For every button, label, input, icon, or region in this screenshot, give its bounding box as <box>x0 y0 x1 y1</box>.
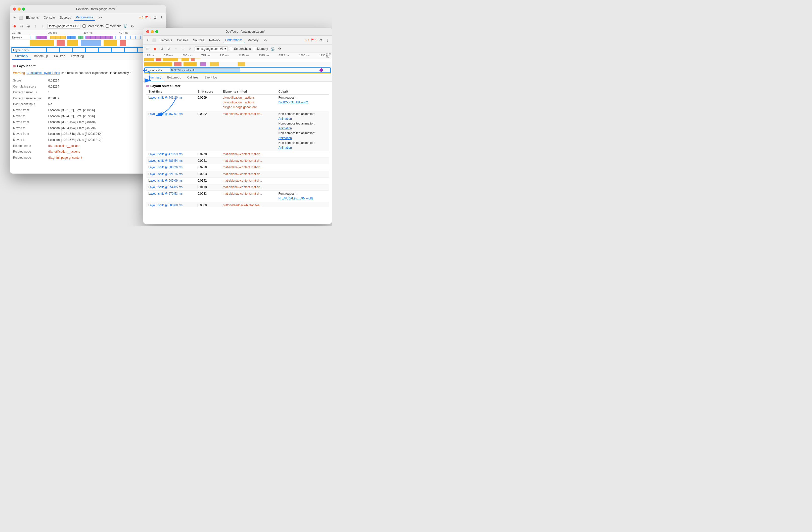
tab-network-2[interactable]: Network <box>207 38 222 43</box>
warning-count-1: ⚠ 2 <box>139 16 144 19</box>
tab-summary-1[interactable]: Summary <box>12 53 31 60</box>
tab-eventlog-2[interactable]: Event log <box>201 74 220 81</box>
cpu-bars-2 <box>144 58 331 61</box>
ls-selected-bar[interactable]: 0.0269 Layout shift <box>170 68 240 72</box>
device-icon-2[interactable]: ⬜ <box>151 38 156 43</box>
cluster-table: Start time Shift score Elements shifted … <box>146 89 329 207</box>
titlebar-1: DevTools - fonts.google.com/ <box>10 5 166 13</box>
shift-link-1[interactable]: Layout shift @ 441.20 ms <box>148 96 183 99</box>
tab-sources-1[interactable]: Sources <box>58 15 73 20</box>
ls-marker-7 <box>124 48 125 52</box>
warning-link-1[interactable]: Cumulative Layout Shifts <box>27 70 60 76</box>
url-select-1[interactable]: fonts.google.com #1 ▾ <box>47 24 81 29</box>
dock-icon-2[interactable]: ⊞ <box>145 46 150 51</box>
culprit-9: Font request: HhzMU5Ak9u...p9M.woff2 <box>277 191 329 202</box>
shift-link-7[interactable]: Layout shift @ 545.09 ms <box>148 179 183 182</box>
toolbar-icons-2: ⚠ 1 🚩 1 ⚙ ⋮ <box>305 38 330 43</box>
ls-marker-1 <box>46 48 47 52</box>
tab-more-2[interactable]: >> <box>261 38 269 43</box>
tab-elements-1[interactable]: Elements <box>24 15 41 20</box>
layout-shifts-label-1: Layout shifts <box>13 48 33 52</box>
minimize-button-1[interactable] <box>18 8 20 11</box>
record-icon-2[interactable]: ⏺ <box>153 46 157 51</box>
mark-197: 197 ms <box>12 31 21 34</box>
url-select-2[interactable]: fonts.google.com #1 ▾ <box>194 46 228 51</box>
reload-icon-1[interactable]: ↺ <box>19 24 24 29</box>
timeline-area-1: 197 ms 297 ms 397 ms 497 ms 597 ms Netwo… <box>10 30 166 53</box>
toolbar2-1: ⏺ ↺ ⊘ ↑ ↓ fonts.google.com #1 ▾ Screensh… <box>10 22 166 30</box>
close-button-1[interactable] <box>13 8 16 11</box>
network-label: Network <box>12 36 30 39</box>
score-1: 0.0269 <box>195 95 221 111</box>
screenshots-checkbox-2[interactable]: Screenshots <box>230 47 251 51</box>
download-icon-1[interactable]: ↓ <box>40 24 45 29</box>
tab-console-2[interactable]: Console <box>175 38 190 43</box>
tab-bottomup-2[interactable]: Bottom-up <box>164 74 184 81</box>
upload-icon-1[interactable]: ↑ <box>33 24 38 29</box>
record-icon-1[interactable]: ⏺ <box>12 24 17 29</box>
home-icon-2[interactable]: ⌂ <box>188 46 192 51</box>
shift-link-5[interactable]: Layout shift @ 503.26 ms <box>148 166 183 169</box>
more-icon-2[interactable]: ⋮ <box>325 38 330 43</box>
settings-icon-1[interactable]: ⚙ <box>153 15 157 20</box>
reload-icon-2[interactable]: ↺ <box>159 46 164 51</box>
mark-497: 497 ms <box>119 31 128 34</box>
tab-sources-2[interactable]: Sources <box>191 38 206 43</box>
elements-2: mat-sidenav-content.mat-dr... <box>221 111 276 151</box>
ruler-marks-1: 197 ms 297 ms 397 ms 497 ms 597 ms <box>12 31 164 34</box>
tab-calltree-1[interactable]: Call tree <box>51 53 68 60</box>
device-icon[interactable]: ⬜ <box>18 15 23 20</box>
t2-mark-1795: 1795 ms <box>299 54 310 57</box>
main-track <box>10 40 166 47</box>
shift-link-3[interactable]: Layout shift @ 470.53 ms <box>148 152 183 156</box>
tab-bottomup-1[interactable]: Bottom-up <box>31 53 51 60</box>
maximize-button-2[interactable] <box>155 30 158 33</box>
settings-icon-2[interactable]: ⚙ <box>318 38 323 43</box>
ls-marker-3 <box>72 48 73 52</box>
t2-ruler-row: 195 ms 395 ms 595 ms 795 ms 995 ms 1195 … <box>145 54 330 57</box>
settings3-icon[interactable]: ⚙ <box>277 46 282 51</box>
tab-memory-2[interactable]: Memory <box>246 38 260 43</box>
minimize-button-2[interactable] <box>151 30 154 33</box>
settings2-icon-1[interactable]: ⚙ <box>130 24 135 29</box>
col-shift-score: Shift score <box>195 89 221 95</box>
screenshots-checkbox-1[interactable]: Screenshots <box>83 24 104 28</box>
clear-icon-2[interactable]: ⊘ <box>166 46 172 51</box>
tab-more-1[interactable]: >> <box>96 15 104 20</box>
window-title-1: DevTools - fonts.google.com/ <box>28 7 163 11</box>
maximize-button-1[interactable] <box>22 8 25 11</box>
mf1-label: Moved from <box>13 108 48 113</box>
memory-checkbox-2[interactable]: Memory <box>253 47 268 51</box>
score-label-1: Score <box>13 78 48 84</box>
shift-link-6[interactable]: Layout shift @ 521.16 ms <box>148 172 183 176</box>
ls-diamond-marker <box>319 68 323 72</box>
shift-link-10[interactable]: Layout shift @ 588.68 ms <box>148 204 183 207</box>
t2-mark-195: 195 ms <box>145 54 154 57</box>
clear-icon-1[interactable]: ⊘ <box>26 24 31 29</box>
cluster-header-2: Layout shift cluster <box>146 84 329 88</box>
shift-link-9[interactable]: Layout shift @ 570.53 ms <box>148 192 183 195</box>
tab-console-1[interactable]: Console <box>42 15 57 20</box>
toolbar-icons-1: ⚠ 2 🚩 1 ⚙ ⋮ <box>139 15 164 20</box>
shift-link-2[interactable]: Layout shift @ 457.07 ms <box>148 112 183 116</box>
cursor-icon-2[interactable]: ⌖ <box>145 38 150 43</box>
shift-link-4[interactable]: Layout shift @ 486.54 ms <box>148 159 183 163</box>
tab-eventlog-1[interactable]: Event log <box>68 53 87 60</box>
network2-icon[interactable]: 📡 <box>270 46 275 51</box>
memory-checkbox-1[interactable]: Memory <box>105 24 121 28</box>
ls-marker-8 <box>137 48 138 52</box>
tab-performance-1[interactable]: Performance <box>74 15 95 20</box>
download-icon-2[interactable]: ↓ <box>180 46 186 51</box>
tab-calltree-2[interactable]: Call tree <box>184 74 202 81</box>
close-button-2[interactable] <box>146 30 149 33</box>
network-icon-1[interactable]: 📡 <box>123 24 128 29</box>
shift-link-8[interactable]: Layout shift @ 554.05 ms <box>148 185 183 189</box>
tab-performance-2[interactable]: Performance <box>223 37 245 43</box>
table-row: Layout shift @ 470.53 ms 0.0270 mat-side… <box>146 151 329 158</box>
table-row: Layout shift @ 545.09 ms 0.0142 mat-side… <box>146 177 329 184</box>
cursor-icon[interactable]: ⌖ <box>12 15 17 20</box>
tab-summary-2[interactable]: Summary <box>145 74 164 81</box>
more-icon-1[interactable]: ⋮ <box>159 15 164 20</box>
tab-elements-2[interactable]: Elements <box>157 38 174 43</box>
upload-icon-2[interactable]: ↑ <box>173 46 178 51</box>
